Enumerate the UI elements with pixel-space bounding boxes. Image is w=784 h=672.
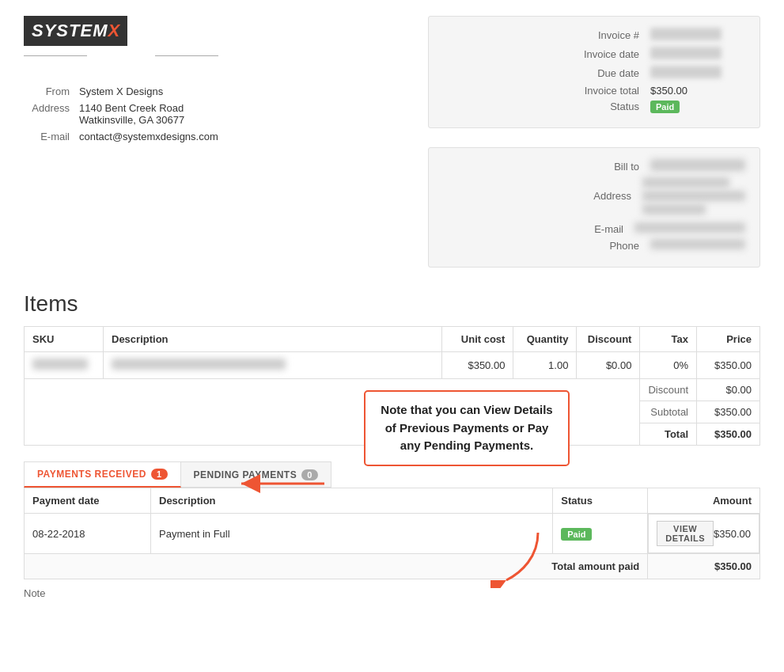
- col-payment-date: Payment date: [25, 488, 151, 514]
- invoice-number-value: [650, 28, 745, 43]
- payment-amount-cell: VIEW DETAILS $350.00: [648, 514, 759, 553]
- payment-date-cell: 08-22-2018: [25, 514, 151, 554]
- col-tax: Tax: [640, 327, 697, 352]
- invoice-number-label: Invoice #: [571, 29, 650, 41]
- items-heading: Items: [24, 291, 760, 317]
- col-unit-cost: Unit cost: [442, 327, 513, 352]
- invoice-box: Invoice # Invoice date Due date Invoice …: [428, 16, 760, 128]
- address-row: Address 1140 Bent Creek Road Watkinsvill…: [24, 102, 218, 126]
- col-price: Price: [697, 327, 760, 352]
- bill-to-value: [650, 159, 745, 173]
- header-section: SYSTEM X DESIGNS From System X Designs A…: [24, 16, 760, 268]
- items-table-header-row: SKU Description Unit cost Quantity Disco…: [25, 327, 760, 352]
- email-label: E-mail: [24, 131, 79, 142]
- tab-payments-received[interactable]: PAYMENTS RECEIVED 1: [24, 461, 181, 488]
- invoice-number-row: Invoice #: [443, 28, 745, 43]
- total-value: $350.00: [697, 423, 760, 446]
- bill-address-value: [642, 177, 745, 215]
- desc-cell: [104, 352, 442, 379]
- logo-x-text: X: [108, 21, 119, 41]
- table-row: $350.00 1.00 $0.00 0% $350.00: [25, 352, 760, 379]
- unit-cost-cell: $350.00: [442, 352, 513, 379]
- bill-email-row: E-mail: [443, 222, 745, 235]
- invoice-date-label: Invoice date: [571, 48, 650, 60]
- email-value: contact@systemxdesigns.com: [79, 131, 218, 142]
- from-row: From System X Designs: [24, 85, 218, 97]
- callout-text: Note that you can View Details of Previo…: [381, 403, 552, 452]
- from-section: From System X Designs Address 1140 Bent …: [24, 85, 218, 142]
- tab-received-badge: 1: [151, 469, 168, 480]
- left-header: SYSTEM X DESIGNS From System X Designs A…: [24, 16, 218, 268]
- bill-to-label: Bill to: [571, 161, 650, 173]
- callout-box: Note that you can View Details of Previo…: [364, 390, 570, 466]
- bill-phone-value: [650, 239, 745, 252]
- payments-section: Note that you can View Details of Previo…: [24, 461, 760, 579]
- bill-email-value: [634, 222, 745, 235]
- status-badge: Paid: [650, 101, 680, 113]
- address-value: 1140 Bent Creek Road Watkinsville, GA 30…: [79, 102, 184, 126]
- quantity-cell: 1.00: [513, 352, 577, 379]
- invoice-total-label: Invoice total: [571, 85, 650, 97]
- bill-phone-label: Phone: [571, 240, 650, 252]
- logo-system-text: SYSTEM: [32, 21, 108, 41]
- col-sku: SKU: [25, 327, 104, 352]
- sku-cell: [25, 352, 104, 379]
- invoice-status-label: Status: [571, 101, 650, 112]
- col-description: Description: [104, 327, 442, 352]
- invoice-status-value: Paid: [650, 101, 745, 112]
- address-label: Address: [24, 102, 79, 126]
- invoice-date-value: [650, 47, 745, 62]
- discount-cell: $0.00: [577, 352, 640, 379]
- bill-to-row: Bill to: [443, 159, 745, 173]
- col-quantity: Quantity: [513, 327, 577, 352]
- bill-box: Bill to Address E-mail Phone: [428, 147, 760, 268]
- view-details-button[interactable]: VIEW DETAILS: [657, 521, 714, 546]
- payments-header-row: Payment date Description Status Amount: [25, 488, 760, 514]
- from-value: System X Designs: [79, 85, 163, 97]
- arrow-left-icon: [229, 468, 324, 499]
- payments-table: Payment date Description Status Amount 0…: [24, 488, 760, 579]
- from-label: From: [24, 85, 79, 97]
- subtotal-label: Subtotal: [640, 401, 697, 423]
- bill-phone-row: Phone: [443, 239, 745, 252]
- col-payment-status: Status: [553, 488, 648, 514]
- payment-row: 08-22-2018 Payment in Full Paid VIEW DET…: [25, 514, 760, 554]
- subtotal-value: $350.00: [697, 401, 760, 423]
- discount-total-value: $0.00: [697, 379, 760, 401]
- invoice-status-row: Status Paid: [443, 101, 745, 112]
- invoice-due-value: [650, 66, 745, 81]
- invoice-due-label: Due date: [571, 67, 650, 79]
- col-payment-desc: Description: [151, 488, 553, 514]
- invoice-total-value: $350.00: [650, 85, 745, 97]
- col-payment-amount: Amount: [648, 488, 760, 514]
- total-label: Total: [640, 423, 697, 446]
- bill-address-row: Address: [443, 177, 745, 215]
- email-row: E-mail contact@systemxdesigns.com: [24, 131, 218, 142]
- bill-address-label: Address: [563, 190, 642, 202]
- discount-total-label: Discount: [640, 379, 697, 401]
- invoice-date-row: Invoice date: [443, 47, 745, 62]
- total-paid-row: Total amount paid $350.00: [25, 554, 760, 579]
- bill-email-label: E-mail: [555, 223, 634, 235]
- logo-area: SYSTEM X DESIGNS: [24, 16, 218, 62]
- invoice-due-row: Due date: [443, 66, 745, 81]
- total-paid-value: $350.00: [648, 554, 760, 579]
- tab-received-label: PAYMENTS RECEIVED: [37, 469, 146, 480]
- invoice-total-row: Invoice total $350.00: [443, 85, 745, 97]
- price-cell: $350.00: [697, 352, 760, 379]
- logo-designs: DESIGNS: [24, 49, 218, 62]
- col-discount: Discount: [577, 327, 640, 352]
- tax-cell: 0%: [640, 352, 697, 379]
- logo-box: SYSTEM X: [24, 16, 127, 46]
- right-header: Invoice # Invoice date Due date Invoice …: [428, 16, 760, 268]
- notes-label: Note: [24, 587, 760, 599]
- arrow-right-icon: [490, 533, 585, 588]
